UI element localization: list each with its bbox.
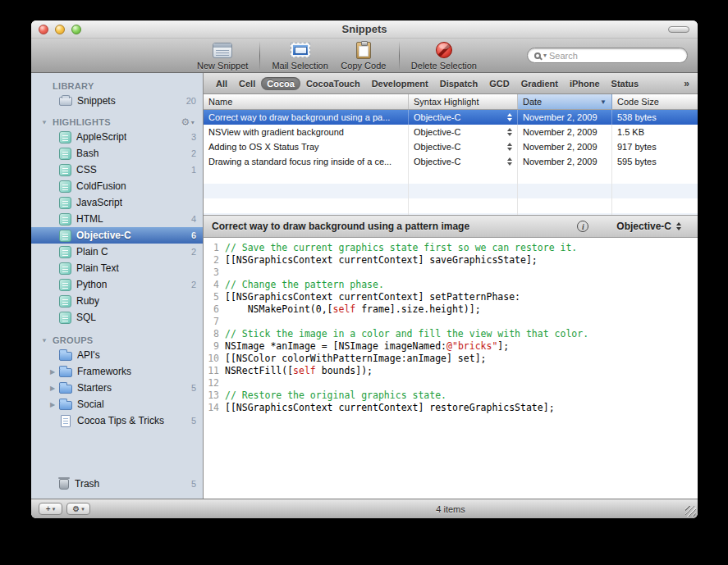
sidebar-item-sql[interactable]: SQL [31,309,203,326]
disclosure-triangle-icon[interactable]: ▶ [48,385,57,392]
sidebar-item-social[interactable]: ▶Social [31,396,203,412]
tab-cell[interactable]: Cell [233,77,261,90]
table-row[interactable]: Adding to OS X Status TrayObjective-CNov… [204,139,698,154]
popup-stepper-icon[interactable] [502,128,512,136]
line-number: 13 [204,390,225,402]
new-snippet-button[interactable]: New Snippet [197,40,248,71]
sidebar-item-label: Plain Text [76,262,119,274]
toolbar-toggle-button[interactable] [668,26,689,33]
tab-cocoatouch[interactable]: CocoaTouch [300,77,366,90]
sidebar-item-bash[interactable]: Bash2 [31,145,203,162]
snippet-name-cell: Correct way to draw background using a p… [204,110,409,125]
column-header-code-size[interactable]: Code Size [612,94,698,109]
size-cell: 1.5 KB [612,125,698,139]
table-row[interactable]: Drawing a standard focus ring inside of … [204,154,698,169]
disclosure-triangle-icon[interactable]: ▼ [41,119,49,126]
tab-iphone[interactable]: iPhone [564,77,606,90]
toolbar-divider [259,41,260,71]
sidebar-item-python[interactable]: Python2 [31,276,203,293]
search-input[interactable] [549,51,680,61]
sidebar-item-label: SQL [76,312,96,323]
disclosure-triangle-icon[interactable]: ▶ [48,401,57,408]
empty-cell [612,169,698,184]
action-menu-button[interactable]: ⚙ ▾ [66,503,90,515]
mail-selection-button[interactable]: Mail Selection [272,40,327,71]
tab-gcd[interactable]: GCD [483,77,515,90]
status-bar: + ▾ ⚙ ▾ 4 items [31,499,698,518]
sidebar-item-html[interactable]: HTML4 [31,211,203,227]
overflow-chevron-icon[interactable]: » [684,78,691,89]
code-segment-keyword: self [293,365,316,376]
code-text: // Change the pattern phase. [225,279,384,291]
tab-status[interactable]: Status [606,77,645,90]
snippet-name-cell: Adding to OS X Status Tray [204,139,409,154]
minimize-button[interactable] [55,25,65,34]
sidebar-item-cocoa-tips-tricks[interactable]: Cocoa Tips & Tricks5 [31,412,203,429]
search-field[interactable]: ▾ [527,48,688,63]
title-bar[interactable]: Snippets [31,21,698,39]
copy-code-button[interactable]: Copy Code [340,40,387,71]
syntax-popup-button[interactable]: Objective-C [616,221,681,232]
popup-stepper-icon[interactable] [502,157,512,166]
snippet-detail-header: Correct way to draw background using a p… [204,215,698,238]
delete-selection-button[interactable]: Delete Selection [411,40,477,71]
zoom-button[interactable] [71,25,81,34]
sidebar-item-trash[interactable]: Trash 5 [31,476,203,492]
sidebar-item-starters[interactable]: ▶Starters5 [31,380,203,396]
code-text [225,316,231,328]
tab-development[interactable]: Development [366,77,434,90]
sidebar-item-applescript[interactable]: AppleScript3 [31,129,203,145]
line-number: 1 [204,242,225,254]
syntax-cell: Objective-C [409,154,518,169]
sidebar-item-frameworks[interactable]: ▶Frameworks [31,363,203,380]
sidebar-item-api-s[interactable]: API's [31,347,203,363]
table-row[interactable]: NSView with gradient backgroundObjective… [204,125,698,139]
code-segment-plain: NSRectFill([ [225,365,293,376]
highlights-gear-button[interactable]: ⚙ ▾ [181,117,195,127]
sidebar-item-count: 5 [186,416,196,426]
close-button[interactable] [39,25,48,34]
sidebar-item-snippets[interactable]: Snippets 20 [31,93,203,109]
tab-gradient[interactable]: Gradient [515,77,564,90]
folder-icon [59,385,72,394]
code-text: NSRectFill([self bounds]); [225,365,373,377]
code-segment-comment: // Stick the image in a color and fill t… [225,328,588,339]
groups-section-header: ▼ GROUPS [31,334,203,347]
column-header-date[interactable]: Date ▼ [518,94,612,109]
code-file-icon [59,262,71,275]
sidebar-item-ruby[interactable]: Ruby [31,293,203,309]
sidebar-item-label: Python [76,279,107,290]
disclosure-triangle-icon[interactable]: ▶ [48,368,57,376]
column-header-syntax-highlight[interactable]: Syntax Highlight [409,94,518,109]
table-row[interactable]: Correct way to draw background using a p… [204,110,698,125]
column-header-name[interactable]: Name [204,94,409,109]
sidebar-item-javascript[interactable]: JavaScript [31,194,203,211]
resize-grip[interactable] [685,506,696,517]
tab-cocoa[interactable]: Cocoa [261,77,300,90]
sidebar-item-plain-text[interactable]: Plain Text [31,260,203,276]
sidebar-item-coldfusion[interactable]: ColdFusion [31,178,203,194]
add-group-button[interactable]: + ▾ [39,503,62,515]
empty-cell [204,184,409,198]
sidebar-item-css[interactable]: CSS1 [31,162,203,178]
tab-dispatch[interactable]: Dispatch [434,77,483,90]
info-icon[interactable]: i [577,221,588,232]
code-segment-comment: // Save the current graphics state first… [225,242,577,253]
sidebar-item-count: 5 [186,383,196,393]
syntax-cell: Objective-C [409,139,518,154]
code-file-icon [59,246,71,258]
sidebar-item-plain-c[interactable]: Plain C2 [31,244,203,260]
tab-all[interactable]: All [210,77,233,90]
sidebar-item-count: 2 [186,247,196,257]
sidebar-item-objective-c[interactable]: Objective-C6 [31,227,203,244]
section-title: HIGHLIGHTS [53,117,111,127]
snippet-name-cell: Drawing a standard focus ring inside of … [204,154,409,169]
code-editor[interactable]: 1// Save the current graphics state firs… [204,238,698,499]
window-title: Snippets [342,23,387,35]
popup-stepper-icon[interactable] [502,113,512,121]
empty-cell [409,184,518,198]
disclosure-triangle-icon[interactable]: ▼ [41,337,49,344]
popup-stepper-icon[interactable] [502,143,512,151]
line-number: 6 [204,303,225,316]
sidebar-item-count: 4 [186,214,196,224]
